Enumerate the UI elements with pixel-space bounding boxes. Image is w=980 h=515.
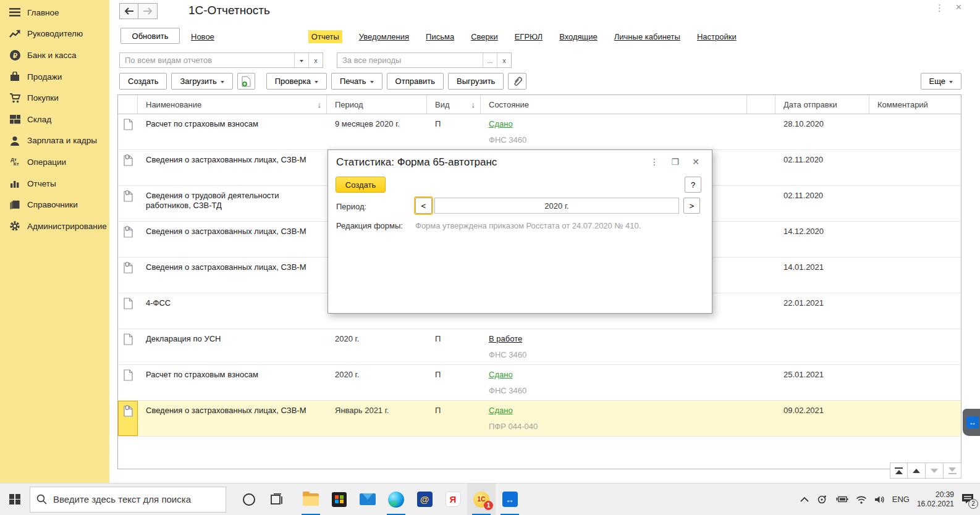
dialog-period-value[interactable]: [434, 198, 679, 214]
table-row[interactable]: Расчет по страховым взносам2020 г.ПСдано…: [118, 365, 961, 401]
language-indicator[interactable]: ENG: [892, 495, 910, 504]
microsoft-store-button[interactable]: [325, 484, 353, 515]
task-view-button[interactable]: [263, 484, 292, 515]
speaker-icon[interactable]: [874, 495, 885, 504]
scroll-up-button[interactable]: [908, 463, 926, 479]
print-button[interactable]: Печать: [331, 73, 382, 90]
sidebar-item-warehouse[interactable]: Склад: [0, 109, 109, 130]
header-state[interactable]: Состояние: [481, 95, 747, 114]
sidebar-item-payroll[interactable]: Зарплата и кадры: [0, 130, 109, 152]
tab-egrul[interactable]: ЕГРЮЛ: [515, 32, 543, 41]
status-link[interactable]: Сдано: [489, 370, 513, 379]
header-spacer: [747, 95, 775, 114]
forward-button[interactable]: [138, 3, 158, 19]
status-link[interactable]: Сдано: [489, 119, 513, 128]
sidebar-item-label: Отчеты: [27, 179, 56, 188]
scroll-down-button[interactable]: [926, 463, 944, 479]
status-link[interactable]: Сдано: [489, 406, 513, 415]
load-button[interactable]: Загрузить: [171, 73, 232, 90]
onec-reporting-button[interactable]: 1С 1: [467, 484, 496, 515]
dialog-period-next-button[interactable]: >: [683, 198, 700, 214]
period-filter-input[interactable]: [337, 53, 483, 67]
mailru-button[interactable]: @: [410, 484, 439, 515]
sidebar-item-purchases[interactable]: Покупки: [0, 87, 109, 109]
period-ellipsis-icon[interactable]: ...: [483, 53, 497, 67]
back-button[interactable]: [119, 3, 138, 19]
mail-button[interactable]: [353, 484, 382, 515]
window-close-icon[interactable]: ✕: [955, 2, 962, 12]
dialog-help-button[interactable]: ?: [685, 177, 701, 193]
more-button[interactable]: Еще: [921, 73, 961, 90]
wifi-icon[interactable]: [856, 495, 867, 504]
report-type-dropdown-icon[interactable]: [294, 53, 308, 67]
battery-icon[interactable]: [835, 495, 848, 503]
report-kind: П: [427, 114, 481, 149]
camera-tray-icon[interactable]: [816, 495, 827, 505]
action-center-button[interactable]: 2: [961, 493, 974, 506]
ruble-icon: ₽: [7, 50, 23, 61]
window-menu-icon[interactable]: ⋮: [935, 2, 944, 14]
taskbar-search-input[interactable]: [53, 494, 219, 505]
header-sent-date[interactable]: Дата отправки: [775, 95, 869, 114]
table-row[interactable]: Расчет по страховым взносам9 месяцев 202…: [118, 114, 961, 150]
teamviewer-button[interactable]: ↔: [496, 484, 524, 515]
refresh-button[interactable]: Обновить: [120, 28, 180, 44]
row-spacer: [747, 293, 775, 329]
comment: [869, 401, 961, 436]
sidebar-item-bank[interactable]: ₽ Банк и касса: [0, 44, 109, 66]
period-clear-icon[interactable]: x: [497, 53, 511, 67]
yandex-browser-button[interactable]: Я: [439, 484, 467, 515]
tab-nastroyki[interactable]: Настройки: [697, 32, 737, 41]
dialog-menu-icon[interactable]: ⋮: [650, 157, 659, 167]
sidebar-item-sales[interactable]: Продажи: [0, 66, 109, 88]
tab-lichnye-kabinety[interactable]: Личные кабинеты: [614, 32, 680, 41]
export-button[interactable]: Выгрузить: [448, 73, 504, 90]
sidebar-item-operations[interactable]: Дт Кт Операции: [0, 151, 109, 173]
start-button[interactable]: [0, 484, 30, 515]
check-button[interactable]: Проверка: [266, 73, 327, 90]
tab-otchety[interactable]: Отчеты: [308, 30, 342, 43]
row-spacer: [747, 150, 775, 185]
sidebar-item-main[interactable]: Главное: [0, 2, 109, 23]
tray-expand-button[interactable]: [800, 496, 809, 502]
sidebar-item-reports[interactable]: Отчеты: [0, 173, 109, 195]
tab-novoe[interactable]: Новое: [191, 32, 214, 41]
edge-button[interactable]: [382, 484, 410, 515]
sidebar-item-directories[interactable]: Справочники: [0, 194, 109, 216]
sidebar-item-administration[interactable]: Администрирование: [0, 216, 109, 237]
sidebar-item-manager[interactable]: Руководителю: [0, 23, 109, 45]
teamviewer-edge-widget[interactable]: ↔: [963, 409, 980, 436]
load-from-file-button[interactable]: [237, 73, 255, 90]
tab-sverki[interactable]: Сверки: [471, 32, 498, 41]
table-row[interactable]: Сведения о застрахованных лицах, СЗВ-МЯн…: [118, 401, 961, 437]
tab-uvedomleniya[interactable]: Уведомления: [359, 32, 409, 41]
send-button[interactable]: Отправить: [387, 73, 444, 90]
attachment-button[interactable]: [508, 73, 526, 90]
dialog-create-button[interactable]: Создать: [336, 177, 386, 193]
dialog-period-prev-button[interactable]: <: [415, 198, 432, 214]
cortana-button[interactable]: [235, 484, 263, 515]
create-button[interactable]: Создать: [119, 73, 167, 90]
clock[interactable]: 20:39 16.02.2021: [917, 490, 954, 509]
report-type-filter-input[interactable]: [120, 53, 294, 67]
header-icon-col[interactable]: [118, 95, 138, 114]
taskbar-search[interactable]: [30, 487, 226, 513]
report-type-clear-icon[interactable]: x: [308, 53, 323, 67]
dialog-maximize-icon[interactable]: ❐: [671, 157, 679, 167]
tab-pisma[interactable]: Письма: [426, 32, 454, 41]
table-row[interactable]: Декларация по УСН2020 г.ПВ работеФНС 346…: [118, 329, 961, 365]
scroll-to-top-button[interactable]: [890, 463, 908, 479]
task-view-icon: [271, 493, 284, 506]
header-name[interactable]: Наименование↓: [138, 95, 327, 114]
dialog-close-icon[interactable]: ✕: [692, 157, 699, 167]
sidebar-item-label: Покупки: [27, 93, 59, 103]
header-comment[interactable]: Комментарий: [869, 95, 961, 114]
file-explorer-button[interactable]: [297, 484, 325, 515]
svg-text:₽: ₽: [13, 51, 17, 59]
bag-icon: [7, 72, 23, 82]
header-kind[interactable]: Вид↓: [427, 95, 481, 114]
status-link[interactable]: В работе: [489, 334, 522, 343]
header-period[interactable]: Период: [327, 95, 427, 114]
scroll-to-bottom-button[interactable]: [944, 463, 961, 479]
tab-vkhodyashchie[interactable]: Входящие: [559, 32, 598, 41]
